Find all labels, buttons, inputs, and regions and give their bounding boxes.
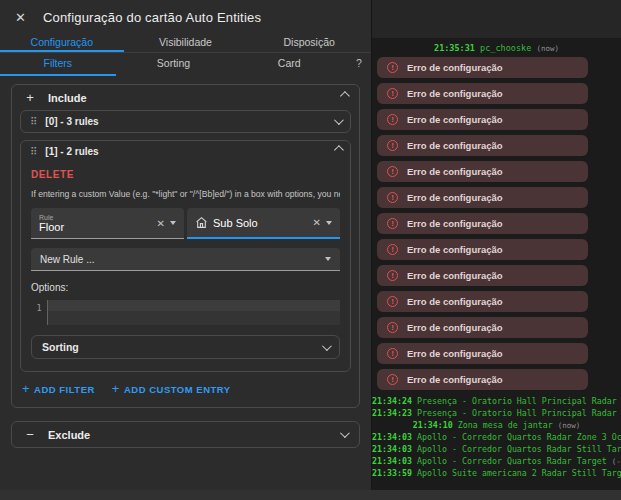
rule-row: Rule Floor ✕ [31, 208, 340, 239]
rule-type-label: Rule [39, 214, 152, 221]
options-code-editor[interactable]: 1 [31, 300, 340, 325]
rule-value-select[interactable]: Sub Solo ✕ [187, 208, 340, 239]
add-filter-label: ADD FILTER [34, 384, 95, 395]
tab-visibilidade[interactable]: Visibilidade [124, 34, 248, 52]
error-card[interactable]: !Erro de configuração [377, 187, 588, 208]
exclude-label: Exclude [48, 429, 328, 441]
log-row[interactable]: 21:34:03 Apollo - Corredor Quartos Radar… [372, 455, 621, 467]
error-text: Erro de configuração [407, 348, 503, 359]
log-entity-name: Apollo - Corredor Quartos Radar Still Ta… [417, 444, 621, 454]
log-entity-name: pc_chooske [480, 43, 531, 53]
dialog-title: Configuração do cartão Auto Entities [43, 10, 261, 25]
include-panel-body: ⠿ [0] - 3 rules ⠿ [1] - 2 rules [12, 110, 359, 407]
tab-help[interactable]: ? [347, 53, 371, 76]
error-alert-icon: ! [387, 270, 398, 281]
clear-icon[interactable]: ✕ [157, 218, 165, 229]
delete-button[interactable]: DELETE [31, 169, 74, 180]
right-column: 21:35:31 pc_chooske (now) !Erro de confi… [372, 0, 621, 490]
editor-text-area[interactable] [47, 300, 340, 325]
error-alert-icon: ! [387, 322, 398, 333]
error-text: Erro de configuração [407, 374, 503, 385]
log-time: 21:34:03 [372, 444, 412, 454]
error-alert-icon: ! [387, 348, 398, 359]
drag-handle-icon[interactable]: ⠿ [30, 147, 37, 157]
rule-group-0-header[interactable]: ⠿ [0] - 3 rules [21, 111, 350, 132]
log-relative-time: (now) [558, 421, 581, 430]
rule-group-0-label: [0] - 3 rules [45, 116, 326, 127]
tab-sorting[interactable]: Sorting [116, 53, 232, 76]
error-text: Erro de configuração [407, 296, 503, 307]
error-alert-icon: ! [387, 88, 398, 99]
log-row[interactable]: 21:33:59 Apollo Suite americana 2 Radar … [372, 467, 621, 479]
minus-icon: − [24, 427, 36, 442]
add-custom-entry-label: ADD CUSTOM ENTRY [124, 384, 231, 395]
add-custom-entry-button[interactable]: + ADD CUSTOM ENTRY [112, 383, 231, 396]
error-alert-icon: ! [387, 166, 398, 177]
error-card[interactable]: !Erro de configuração [377, 135, 588, 156]
plus-icon: + [112, 381, 120, 396]
logbook-rows: 21:34:24 Presença - Oratorio Hall Princi… [372, 395, 621, 479]
close-icon[interactable]: ✕ [15, 10, 26, 25]
error-alert-icon: ! [387, 140, 398, 151]
error-alert-icon: ! [387, 192, 398, 203]
error-card[interactable]: !Erro de configuração [377, 239, 588, 260]
log-row[interactable]: 21:34:03 Apollo - Corredor Quartos Radar… [372, 431, 621, 443]
secondary-tabbar: Filters Sorting Card ? [0, 53, 371, 76]
error-card[interactable]: !Erro de configuração [377, 369, 588, 390]
preview-top-spacer [372, 0, 621, 38]
card-preview: 21:35:31 pc_chooske (now) !Erro de confi… [372, 38, 621, 490]
include-panel-header[interactable]: + Include [12, 85, 359, 110]
rule-group-1-label: [1] - 2 rules [45, 146, 326, 157]
error-text: Erro de configuração [407, 244, 503, 255]
rule-group-1: ⠿ [1] - 2 rules DELETE If entering a cus… [20, 140, 351, 372]
add-filter-button[interactable]: + ADD FILTER [22, 383, 95, 396]
log-relative-time: (now) [536, 44, 559, 53]
rule-group-0: ⠿ [0] - 3 rules [20, 110, 351, 133]
log-row[interactable]: 21:34:23 Presença - Oratorio Hall Princi… [372, 407, 621, 419]
tab-card[interactable]: Card [231, 53, 347, 76]
add-buttons-row: + ADD FILTER + ADD CUSTOM ENTRY [22, 383, 349, 396]
error-card[interactable]: !Erro de configuração [377, 265, 588, 286]
log-entity-name: Presença - Oratorio Hall Principal Radar… [417, 396, 621, 406]
rule-group-1-header[interactable]: ⠿ [1] - 2 rules [21, 141, 350, 162]
error-card[interactable]: !Erro de configuração [377, 83, 588, 104]
drag-handle-icon[interactable]: ⠿ [30, 117, 37, 127]
log-row[interactable]: 21:34:03 Apollo - Corredor Quartos Radar… [372, 443, 621, 455]
rule-type-value: Floor [39, 221, 152, 233]
log-time: 21:33:59 [372, 468, 412, 478]
plus-icon: + [24, 90, 36, 105]
rule-value-stack: Sub Solo [213, 217, 308, 229]
log-row[interactable]: 21:34:10 Zona mesa de jantar (now) [372, 419, 621, 431]
log-time: 21:34:23 [372, 408, 412, 418]
dropdown-caret-icon[interactable] [326, 221, 332, 225]
include-label: Include [48, 92, 328, 104]
rule-type-select[interactable]: Rule Floor ✕ [31, 208, 184, 239]
rule-value-value: Sub Solo [213, 217, 308, 229]
log-row[interactable]: 21:34:24 Presença - Oratorio Hall Princi… [372, 395, 621, 407]
error-card[interactable]: !Erro de configuração [377, 317, 588, 338]
error-card[interactable]: !Erro de configuração [377, 343, 588, 364]
exclude-panel-header[interactable]: − Exclude [12, 422, 359, 447]
error-card[interactable]: !Erro de configuração [377, 57, 588, 78]
new-rule-select[interactable]: New Rule ... [31, 248, 340, 271]
primary-tabbar: Configuração Visibilidade Disposição [0, 34, 371, 53]
app: ✕ Configuração do cartão Auto Entities C… [0, 0, 621, 500]
clear-icon[interactable]: ✕ [313, 217, 321, 228]
log-entity-name: Zona mesa de jantar [458, 420, 553, 430]
editor-content: + Include ⠿ [0] - 3 rules [0, 76, 371, 490]
tab-filters[interactable]: Filters [0, 53, 116, 76]
error-card[interactable]: !Erro de configuração [377, 291, 588, 312]
error-card[interactable]: !Erro de configuração [377, 213, 588, 234]
tab-configuracao[interactable]: Configuração [0, 34, 124, 52]
rule-group-1-body: DELETE If entering a custom Value (e.g. … [21, 162, 350, 371]
tab-disposicao[interactable]: Disposição [247, 34, 371, 52]
sorting-expansion[interactable]: Sorting [31, 335, 340, 359]
error-text: Erro de configuração [407, 166, 503, 177]
error-list: !Erro de configuração !Erro de configura… [372, 57, 621, 390]
error-card[interactable]: !Erro de configuração [377, 109, 588, 130]
dropdown-caret-icon[interactable] [325, 257, 331, 261]
error-card[interactable]: !Erro de configuração [377, 161, 588, 182]
exclude-panel: − Exclude [11, 421, 360, 448]
dropdown-caret-icon[interactable] [170, 221, 176, 225]
chevron-down-icon [322, 341, 332, 351]
